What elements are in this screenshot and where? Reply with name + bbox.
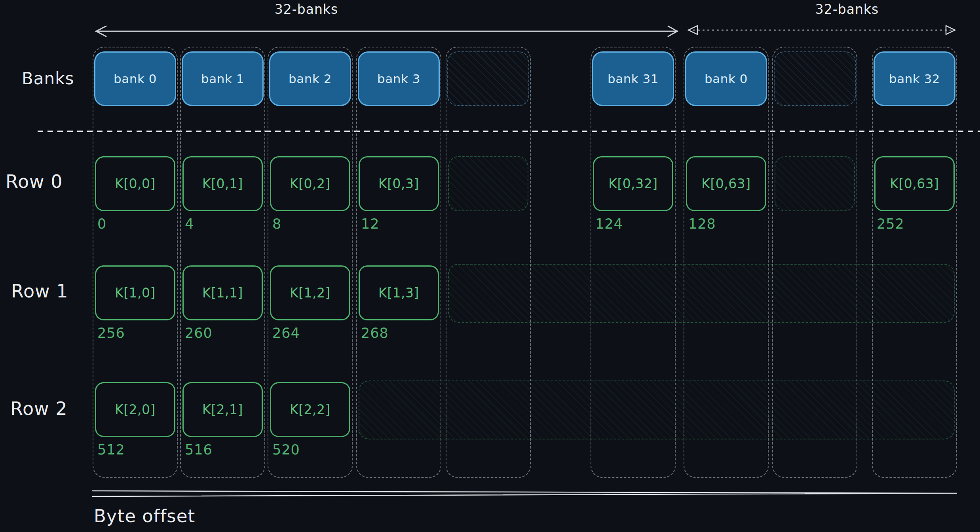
bank-box-hatched-col4 bbox=[447, 51, 529, 106]
byte-offset-0-5: 124 bbox=[595, 216, 623, 232]
k-cell-2-2: K[2,2] bbox=[270, 382, 350, 437]
k-cell-0-1: K[0,1] bbox=[182, 156, 263, 211]
bank-box-bank-0: bank 0 bbox=[685, 51, 767, 106]
bank-box-bank-0: bank 0 bbox=[94, 51, 176, 106]
k-cell-hatched-0-4 bbox=[448, 156, 528, 211]
byte-offset-label: Byte offset bbox=[94, 505, 195, 526]
bank-box-bank-3: bank 3 bbox=[358, 51, 440, 106]
byte-offset-axis bbox=[93, 491, 957, 496]
row-1-label: Row 1 bbox=[11, 280, 68, 302]
bank-box-hatched-col7 bbox=[774, 51, 856, 106]
byte-offset-0-2: 8 bbox=[272, 216, 281, 232]
row-2-label: Row 2 bbox=[10, 398, 68, 419]
byte-offset-2-0: 512 bbox=[97, 442, 125, 458]
right-span-label: 32-banks bbox=[815, 2, 879, 17]
byte-offset-0-6: 128 bbox=[688, 216, 716, 232]
k-cell-2-0: K[2,0] bbox=[95, 382, 175, 437]
byte-offset-2-1: 516 bbox=[185, 442, 213, 458]
k-cell-hatched-0-7 bbox=[775, 156, 855, 211]
k-span-hatched-row1 bbox=[448, 264, 955, 323]
bank-box-bank-2: bank 2 bbox=[269, 51, 351, 106]
k-cell-1-1: K[1,1] bbox=[182, 265, 263, 320]
k-span-hatched-row2 bbox=[359, 381, 955, 439]
k-cell-0-0: K[0,0] bbox=[95, 156, 175, 211]
right-span-arrow bbox=[688, 26, 955, 34]
bank-box-bank-31: bank 31 bbox=[592, 51, 674, 106]
byte-offset-0-8: 252 bbox=[877, 216, 904, 232]
byte-offset-0-3: 12 bbox=[361, 216, 380, 232]
byte-offset-1-1: 260 bbox=[185, 325, 213, 341]
k-cell-0-8: K[0,63] bbox=[874, 156, 955, 211]
k-cell-1-2: K[1,2] bbox=[270, 265, 350, 320]
byte-offset-0-1: 4 bbox=[185, 216, 194, 232]
k-cell-1-0: K[1,0] bbox=[95, 265, 175, 320]
k-cell-0-5: K[0,32] bbox=[593, 156, 673, 211]
byte-offset-2-2: 520 bbox=[272, 442, 300, 458]
left-span-arrow bbox=[96, 26, 678, 36]
k-cell-0-3: K[0,3] bbox=[359, 156, 439, 211]
row-0-label: Row 0 bbox=[6, 171, 63, 192]
byte-offset-0-0: 0 bbox=[97, 216, 106, 232]
memory-bank-diagram: 32-banks 32-banks Banks Row 0 Row 1 Row … bbox=[0, 0, 980, 532]
k-cell-1-3: K[1,3] bbox=[359, 265, 439, 320]
bank-box-bank-1: bank 1 bbox=[182, 51, 264, 106]
left-span-label: 32-banks bbox=[275, 2, 338, 17]
byte-offset-1-0: 256 bbox=[97, 325, 125, 341]
k-cell-2-1: K[2,1] bbox=[182, 382, 263, 437]
k-cell-0-6: K[0,63] bbox=[686, 156, 766, 211]
k-cell-0-2: K[0,2] bbox=[270, 156, 350, 211]
byte-offset-1-3: 268 bbox=[361, 325, 389, 341]
banks-row-label: Banks bbox=[22, 69, 74, 88]
byte-offset-1-2: 264 bbox=[272, 325, 300, 341]
bank-box-bank-32: bank 32 bbox=[874, 51, 955, 106]
